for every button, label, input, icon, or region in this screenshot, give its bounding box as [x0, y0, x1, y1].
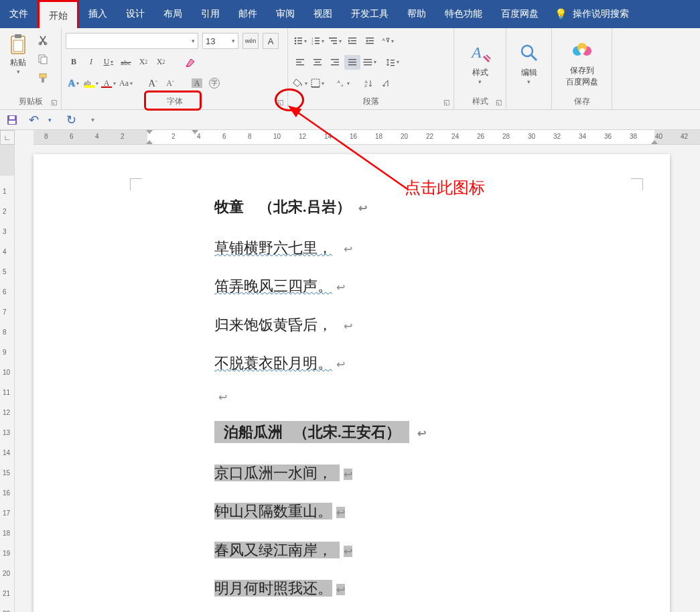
svg-rect-45 [364, 64, 372, 65]
increase-indent-button[interactable] [362, 34, 378, 48]
show-marks-button[interactable] [378, 76, 394, 90]
editing-button[interactable]: 编辑 ▾ [510, 39, 548, 85]
svg-rect-27 [366, 38, 374, 38]
font-family-select[interactable] [66, 33, 198, 49]
menu-view[interactable]: 视图 [304, 0, 342, 28]
format-painter-button[interactable] [35, 70, 51, 86]
svg-point-60 [579, 48, 585, 54]
svg-rect-2 [13, 40, 23, 52]
svg-rect-63 [9, 116, 15, 119]
ribbon: 粘贴 ▾ 剪贴板◱ 13 wén A B I U abc [0, 28, 700, 110]
svg-rect-34 [313, 59, 322, 60]
enclosed-char-button[interactable]: 字 [206, 75, 222, 91]
menu-home[interactable]: 开始 [38, 0, 79, 28]
clear-formatting-button[interactable] [182, 54, 198, 70]
styles-icon: A [469, 42, 492, 64]
align-center-button[interactable] [309, 55, 326, 70]
margin-marker-tr [631, 178, 643, 190]
svg-rect-20 [315, 43, 320, 44]
italic-button[interactable]: I [83, 54, 99, 70]
bold-button[interactable]: B [66, 54, 82, 70]
menu-features[interactable]: 特色功能 [435, 0, 492, 28]
font-color-button[interactable]: A [100, 75, 117, 91]
styles-launcher[interactable]: ◱ [494, 97, 503, 107]
font-size-select[interactable]: 13 [202, 33, 238, 49]
clipboard-launcher[interactable]: ◱ [49, 97, 58, 107]
menu-references[interactable]: 引用 [192, 0, 229, 28]
qat-undo-more[interactable]: ▾ [43, 113, 56, 127]
highlight-button[interactable] [83, 75, 99, 91]
menu-baidu[interactable]: 百度网盘 [492, 0, 548, 28]
copy-button[interactable] [35, 51, 51, 67]
menu-developer[interactable]: 开发工具 [342, 0, 398, 28]
bullets-button[interactable] [292, 34, 308, 48]
menu-review[interactable]: 审阅 [267, 0, 304, 28]
menu-help[interactable]: 帮助 [398, 0, 435, 28]
svg-rect-31 [296, 59, 304, 60]
align-right-button[interactable] [327, 55, 343, 70]
qat-save-button[interactable] [5, 113, 19, 127]
svg-rect-50 [311, 86, 320, 88]
underline-button[interactable]: U [100, 54, 117, 70]
vertical-ruler[interactable]: 1 2 3 4 5 6 7 8 9 10 11 12 13 14 15 16 1… [0, 145, 15, 612]
text-effects-button[interactable]: A [66, 75, 82, 91]
line-spacing-button[interactable] [384, 55, 401, 70]
char-border-button[interactable]: A [263, 33, 279, 49]
svg-point-13 [295, 43, 297, 45]
qat-undo-button[interactable]: ↶ [27, 113, 40, 127]
styles-button[interactable]: A 样式 ▾ [462, 39, 499, 85]
poem2-line3: 春风又绿江南岸， ↩ [214, 531, 630, 569]
svg-text:A: A [382, 37, 385, 42]
align-justify-button[interactable] [344, 55, 360, 70]
grow-font-button[interactable]: Aˆ [145, 75, 161, 91]
phonetic-guide-button[interactable]: wén [242, 33, 259, 49]
qat-redo-button[interactable]: ↻ [64, 113, 78, 127]
menu-layout[interactable]: 布局 [154, 0, 192, 28]
menu-bar: 文件 开始 插入 设计 布局 引用 邮件 审阅 视图 开发工具 帮助 特色功能 … [0, 0, 700, 28]
cut-button[interactable] [35, 32, 51, 48]
svg-rect-32 [296, 62, 301, 62]
asian-layout-button[interactable]: A [379, 34, 395, 48]
sort-button[interactable]: AZ [360, 76, 376, 90]
poem2-line2: 钟山只隔数重山。↩ [214, 492, 630, 530]
numbering-button[interactable]: 123 [309, 34, 326, 48]
strikethrough-button[interactable]: abc [118, 54, 134, 70]
clipboard-group-label: 剪贴板 [19, 96, 43, 107]
menu-design[interactable]: 设计 [117, 0, 154, 28]
snap-to-grid-button[interactable]: Aa [335, 76, 351, 90]
shrink-font-button[interactable]: Aˇ [162, 75, 178, 91]
poem1-line3: 归来饱饭黄昏后， ↩ [214, 306, 630, 344]
svg-rect-7 [40, 74, 46, 78]
svg-rect-28 [368, 40, 374, 41]
svg-rect-29 [366, 43, 374, 44]
svg-rect-8 [42, 78, 44, 82]
menu-insert[interactable]: 插入 [79, 0, 117, 28]
align-distributed-button[interactable] [362, 55, 378, 70]
shading-button[interactable] [292, 76, 308, 90]
page[interactable]: 牧童 （北宋.吕岩） ↩ 草铺横野六七里， ↩ 笛弄晚风三四声。↩ 归来饱饭黄昏… [33, 154, 670, 612]
subscript-button[interactable]: X2 [135, 54, 151, 70]
menu-mailings[interactable]: 邮件 [229, 0, 267, 28]
save-baidu-button[interactable]: 保存到 百度网盘 [555, 37, 609, 88]
svg-line-64 [296, 111, 407, 189]
char-shading-button[interactable]: A [189, 75, 205, 91]
svg-rect-41 [348, 62, 356, 62]
svg-rect-1 [15, 34, 21, 38]
paste-button[interactable]: 粘贴 ▾ [3, 31, 33, 93]
tell-me-search[interactable]: 💡 操作说明搜索 [555, 8, 629, 20]
empty-paragraph: ↩ [214, 382, 630, 413]
multilevel-list-button[interactable] [327, 34, 343, 48]
align-left-button[interactable] [292, 55, 308, 70]
borders-button[interactable] [309, 76, 326, 90]
decrease-indent-button[interactable] [344, 34, 360, 48]
superscript-button[interactable]: X2 [153, 54, 169, 70]
change-case-button[interactable]: Aa [118, 75, 134, 91]
paragraph-launcher[interactable]: ◱ [441, 97, 451, 107]
tab-selector[interactable]: ∟ [0, 130, 15, 145]
lightbulb-icon: 💡 [555, 8, 567, 20]
menu-file[interactable]: 文件 [0, 0, 38, 28]
svg-rect-62 [9, 121, 15, 124]
find-icon [518, 42, 541, 64]
qat-customize[interactable]: ▾ [86, 113, 99, 127]
document-area[interactable]: 牧童 （北宋.吕岩） ↩ 草铺横野六七里， ↩ 笛弄晚风三四声。↩ 归来饱饭黄昏… [15, 145, 700, 612]
